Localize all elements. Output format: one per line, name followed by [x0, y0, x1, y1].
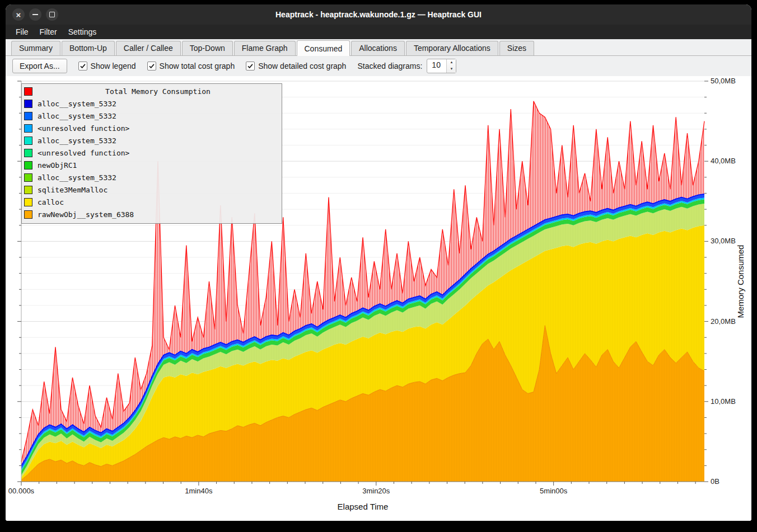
x-tick-label: 00.000s [8, 487, 35, 495]
stacked-diagrams-value: 10 [427, 59, 446, 73]
close-icon: × [16, 10, 21, 20]
legend-item: <unresolved function> [24, 122, 278, 134]
checkbox-show-detailed-cost-graph[interactable]: Show detailed cost graph [246, 62, 346, 70]
consumed-chart[interactable]: 00.000s1min40s3min20s5min00s0B10,0MB20,0… [6, 76, 751, 521]
window-controls: × [12, 8, 58, 21]
menu-bar: FileFilterSettings [6, 25, 751, 39]
checkbox-label: Show legend [91, 62, 136, 70]
tab-sizes[interactable]: Sizes [499, 41, 534, 55]
y-tick-label: 0B [711, 477, 719, 486]
legend-item: rawNewObj__system_6388 [24, 208, 278, 220]
legend-item: sqlite3MemMalloc [24, 183, 278, 196]
checkbox-show-total-cost-graph[interactable]: Show total cost graph [147, 62, 235, 70]
maximize-icon [49, 12, 55, 17]
toolbar: Export As... Show legendShow total cost … [6, 56, 751, 76]
chart-legend: Total Memory Consumptionalloc__system_53… [21, 83, 282, 224]
legend-swatch-icon [24, 100, 32, 108]
x-tick-label: 5min00s [540, 487, 568, 495]
spin-down-button[interactable]: ▼ [447, 66, 456, 73]
legend-swatch-icon [24, 149, 32, 157]
legend-title-row: Total Memory Consumption [24, 85, 278, 97]
legend-label: <unresolved function> [38, 149, 129, 157]
legend-label: newObjRC1 [38, 161, 77, 170]
legend-item: alloc__system_5332 [24, 171, 278, 183]
tab-bottom-up[interactable]: Bottom-Up [62, 41, 115, 55]
x-tick-label: 3min20s [362, 487, 390, 495]
menu-settings[interactable]: Settings [63, 25, 102, 39]
titlebar: × Heaptrack - heaptrack.wakunode.1.gz — … [6, 4, 751, 25]
tab-caller-callee[interactable]: Caller / Callee [116, 41, 181, 55]
legend-swatch-icon [24, 124, 32, 133]
menu-file[interactable]: File [10, 25, 34, 39]
tab-top-down[interactable]: Top-Down [182, 41, 233, 55]
toolbar-checkboxes: Show legendShow total cost graphShow det… [78, 62, 347, 70]
spin-up-button[interactable]: ▲ [447, 59, 456, 66]
legend-swatch-icon [24, 136, 32, 145]
stacked-diagrams-label: Stacked diagrams: [357, 62, 422, 70]
y-tick-label: 30,0MB [711, 237, 736, 245]
maximize-button[interactable] [46, 8, 58, 21]
legend-item: alloc__system_5332 [24, 110, 278, 122]
legend-label: alloc__system_5332 [38, 112, 116, 120]
legend-item: <unresolved function> [24, 147, 278, 159]
tab-summary[interactable]: Summary [11, 41, 60, 55]
tab-allocations[interactable]: Allocations [351, 41, 405, 55]
checkbox-box[interactable] [78, 62, 87, 70]
menu-filter[interactable]: Filter [34, 25, 63, 39]
legend-item: calloc [24, 196, 278, 208]
y-tick-label: 50,0MB [711, 77, 736, 85]
legend-item: newObjRC1 [24, 159, 278, 171]
y-axis-title: Memory Consumed [736, 245, 745, 318]
minimize-button[interactable] [29, 8, 41, 21]
tab-flame-graph[interactable]: Flame Graph [234, 41, 296, 55]
spinner-buttons: ▲ ▼ [446, 59, 456, 73]
close-button[interactable]: × [12, 8, 25, 21]
window-title: Heaptrack - heaptrack.wakunode.1.gz — He… [275, 10, 482, 19]
checkbox-label: Show detailed cost graph [258, 62, 346, 70]
legend-label: <unresolved function> [38, 124, 129, 133]
legend-label: sqlite3MemMalloc [38, 186, 108, 194]
tab-temporary-allocations[interactable]: Temporary Allocations [406, 41, 498, 55]
tab-bar: SummaryBottom-UpCaller / CalleeTop-DownF… [6, 39, 751, 56]
checkbox-show-legend[interactable]: Show legend [78, 62, 136, 70]
x-tick-label: 1min40s [185, 487, 213, 495]
legend-swatch-icon [24, 112, 32, 120]
checkbox-label: Show total cost graph [160, 62, 235, 70]
export-as-button[interactable]: Export As... [12, 59, 67, 73]
y-tick-label: 10,0MB [711, 397, 736, 406]
heaptrack-window: × Heaptrack - heaptrack.wakunode.1.gz — … [6, 4, 751, 521]
legend-swatch-icon [24, 173, 32, 182]
tab-consumed[interactable]: Consumed [297, 40, 351, 56]
stacked-diagrams-spinbox[interactable]: 10 ▲ ▼ [427, 59, 456, 73]
legend-label: Total Memory Consumption [38, 87, 278, 96]
legend-swatch-icon [24, 161, 32, 170]
x-axis-title: Elapsed Time [338, 502, 389, 511]
legend-label: alloc__system_5332 [38, 136, 116, 145]
legend-item: alloc__system_5332 [24, 134, 278, 147]
minimize-icon [32, 14, 38, 15]
stacked-diagrams-group: Stacked diagrams: 10 ▲ ▼ [357, 59, 456, 73]
checkbox-box[interactable] [246, 62, 255, 70]
legend-item: alloc__system_5332 [24, 97, 278, 110]
checkbox-box[interactable] [147, 62, 156, 70]
legend-label: alloc__system_5332 [38, 100, 116, 108]
legend-swatch-icon [24, 186, 32, 194]
legend-swatch-icon [24, 198, 32, 206]
legend-label: rawNewObj__system_6388 [38, 210, 134, 219]
legend-label: alloc__system_5332 [38, 173, 116, 182]
legend-swatch-icon [24, 87, 32, 96]
legend-swatch-icon [24, 210, 32, 219]
y-tick-label: 40,0MB [711, 157, 736, 165]
legend-label: calloc [38, 198, 64, 206]
y-tick-label: 20,0MB [711, 317, 736, 326]
